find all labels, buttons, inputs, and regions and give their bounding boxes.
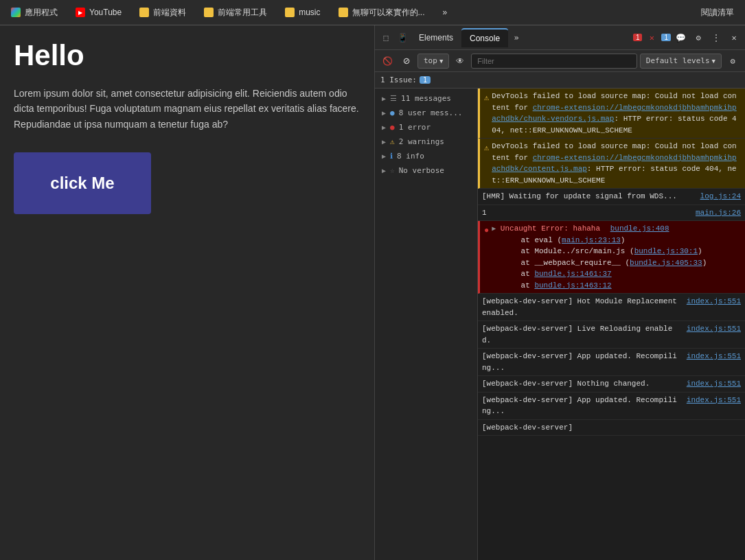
tab-music-label: music bbox=[299, 8, 320, 17]
devtools-top-icons: 1 ✕ 1 💬 ⚙ ⋮ ✕ bbox=[633, 30, 742, 46]
log-source-1[interactable]: main.js:26 bbox=[696, 207, 741, 219]
tab-youtube-label: YouTube bbox=[89, 8, 122, 17]
error-circle-icon: ● bbox=[484, 224, 489, 237]
log-source-live[interactable]: index.js:551 bbox=[687, 323, 741, 335]
tab-apps[interactable]: 應用程式 bbox=[3, 3, 66, 22]
devtools-tab-more[interactable]: » bbox=[508, 30, 525, 46]
log-content-hot: [webpack-dev-server] Hot Module Replacem… bbox=[482, 296, 678, 318]
log-row-warn-2: ⚠ DevTools failed to load source map: Co… bbox=[478, 139, 745, 189]
main-js-link[interactable]: main.js:23:13 bbox=[562, 236, 621, 244]
click-me-button[interactable]: click Me bbox=[14, 152, 151, 214]
page-body-text: Lorem ipsum dolor sit, amet consectetur … bbox=[14, 86, 360, 132]
filter-user-messages[interactable]: ▶ ● 8 user mess... bbox=[375, 106, 477, 120]
warn-icon-2: ⚠ bbox=[484, 142, 489, 154]
log-source-hot[interactable]: index.js:551 bbox=[687, 296, 741, 307]
tab-frontend-data[interactable]: 前端資料 bbox=[131, 3, 194, 22]
verbose-filter-icon: ☆ bbox=[390, 166, 395, 175]
tab-youtube[interactable]: ▶ YouTube bbox=[67, 3, 130, 22]
bundle-link-1[interactable]: bundle.js:30:1 bbox=[634, 247, 698, 255]
log-content-warn-2: DevTools failed to load source map: Coul… bbox=[492, 141, 741, 186]
browser-chrome: 應用程式 ▶ YouTube 前端資料 前端常用工具 music 無聊可以來實作… bbox=[0, 0, 745, 25]
frontend-data-favicon bbox=[139, 8, 149, 17]
info-expand-icon: ▶ bbox=[382, 152, 386, 160]
filter-errors[interactable]: ▶ ● 1 error bbox=[375, 120, 477, 135]
filter-info[interactable]: ▶ ℹ 8 info bbox=[375, 149, 477, 163]
devtools-close-button[interactable]: ✕ bbox=[726, 30, 742, 46]
page-title: Hello bbox=[14, 39, 360, 72]
error-badge-button[interactable]: ✕ bbox=[643, 30, 660, 46]
log-source-updated-2[interactable]: index.js:551 bbox=[687, 395, 741, 406]
console-settings-button[interactable]: ⚙ bbox=[724, 53, 741, 69]
log-row-updated-2: [webpack-dev-server] App updated. Recomp… bbox=[478, 393, 745, 420]
chevron-down-icon: ▼ bbox=[439, 58, 443, 65]
devtools-panel: ⬚ 📱 Elements Console » 1 ✕ 1 💬 ⚙ ⋮ ✕ 🚫 ⊘… bbox=[374, 25, 745, 560]
filter-verbose[interactable]: ▶ ☆ No verbose bbox=[375, 163, 477, 178]
log-content-nothing: [webpack-dev-server] Nothing changed. bbox=[482, 378, 678, 390]
cursor-tool-button[interactable]: ⬚ bbox=[378, 30, 394, 46]
chrome-ext-link-2[interactable]: chrome-extension://lmbegcmkonokdjbhbamhp… bbox=[492, 154, 736, 174]
bundle-link-2[interactable]: bundle.js:405:33 bbox=[630, 259, 702, 267]
all-filter-icon: ☰ bbox=[390, 94, 397, 103]
user-expand-icon: ▶ bbox=[382, 109, 386, 117]
log-source-hmr[interactable]: log.js:24 bbox=[700, 191, 741, 202]
frontend-tools-favicon bbox=[204, 8, 214, 17]
devtools-tab-console[interactable]: Console bbox=[461, 28, 508, 47]
eye-icon-button[interactable]: 👁 bbox=[452, 53, 468, 69]
tab-boredom[interactable]: 無聊可以來實作的... bbox=[330, 3, 433, 22]
log-row-hmr: [HMR] Waiting for update signal from WDS… bbox=[478, 189, 745, 205]
error-filter-icon: ● bbox=[390, 123, 395, 132]
tab-read-list[interactable]: 閱讀清單 bbox=[693, 3, 742, 22]
music-favicon bbox=[285, 8, 295, 17]
log-content-hmr: [HMR] Waiting for update signal from WDS… bbox=[482, 191, 692, 202]
info-filter-icon: ℹ bbox=[390, 152, 393, 161]
error-expand-icon: ▶ bbox=[382, 124, 386, 131]
page-content: Hello Lorem ipsum dolor sit, amet consec… bbox=[0, 25, 374, 560]
block-requests-button[interactable]: 🚫 bbox=[379, 53, 396, 69]
log-row-nothing: [webpack-dev-server] Nothing changed. in… bbox=[478, 376, 745, 393]
filter-all-messages[interactable]: ▶ ☰ 11 messages bbox=[375, 91, 477, 106]
log-row-updated-1: [webpack-dev-server] App updated. Recomp… bbox=[478, 349, 745, 376]
clear-console-button[interactable]: ⊘ bbox=[398, 53, 415, 69]
all-expand-icon: ▶ bbox=[382, 95, 386, 102]
console-filter-input[interactable] bbox=[471, 54, 637, 69]
issues-count-badge: 1 bbox=[420, 76, 431, 84]
youtube-favicon: ▶ bbox=[76, 8, 85, 17]
bundle-link-4[interactable]: bundle.js:1463:12 bbox=[534, 281, 611, 290]
tab-more-label: » bbox=[443, 8, 448, 17]
error-expand-tri[interactable]: ▶ bbox=[492, 225, 496, 233]
log-row-hot: [webpack-dev-server] Hot Module Replacem… bbox=[478, 294, 745, 321]
tab-frontend-tools[interactable]: 前端常用工具 bbox=[196, 3, 275, 22]
log-row-live: [webpack-dev-server] Live Reloading enab… bbox=[478, 321, 745, 349]
device-toggle-button[interactable]: 📱 bbox=[394, 30, 411, 46]
tab-more[interactable]: » bbox=[435, 3, 456, 22]
log-row-last: [webpack-dev-server] bbox=[478, 420, 745, 436]
tab-frontend-tools-label: 前端常用工具 bbox=[218, 7, 267, 19]
info-count-badge: 1 bbox=[661, 34, 671, 41]
warn-expand-icon: ▶ bbox=[382, 138, 386, 145]
issues-bar: 1 Issue: 1 bbox=[375, 72, 745, 89]
devtools-tab-elements[interactable]: Elements bbox=[411, 28, 461, 47]
log-content-updated-1: [webpack-dev-server] App updated. Recomp… bbox=[482, 351, 678, 373]
filter-warnings[interactable]: ▶ ⚠ 2 warnings bbox=[375, 135, 477, 149]
default-levels-label: Default levels bbox=[646, 56, 710, 65]
log-source-updated-1[interactable]: index.js:551 bbox=[687, 351, 741, 362]
log-content-updated-2: [webpack-dev-server] App updated. Recomp… bbox=[482, 395, 678, 417]
chrome-ext-link-1[interactable]: chrome-extension://lmbegcmkonokdjbhbamhp… bbox=[492, 104, 736, 124]
info-badge-button[interactable]: 💬 bbox=[672, 30, 689, 46]
execution-context-selector[interactable]: top ▼ bbox=[417, 54, 449, 69]
issues-label: 1 Issue: bbox=[380, 75, 417, 84]
bundle-link-3[interactable]: bundle.js:1461:37 bbox=[534, 270, 611, 278]
log-source-nothing[interactable]: index.js:551 bbox=[687, 378, 741, 390]
error-count-badge: 1 bbox=[633, 34, 643, 41]
devtools-more-button[interactable]: ⋮ bbox=[708, 30, 724, 46]
top-label: top bbox=[424, 56, 437, 65]
devtools-settings-button[interactable]: ⚙ bbox=[690, 30, 707, 46]
log-content-warn-1: DevTools failed to load source map: Coul… bbox=[492, 91, 741, 136]
log-source-bundle[interactable]: bundle.js:408 bbox=[610, 224, 669, 233]
default-levels-button[interactable]: Default levels ▼ bbox=[640, 54, 722, 69]
verbose-filter-label: No verbose bbox=[399, 166, 444, 175]
error-filter-label: 1 error bbox=[399, 123, 431, 132]
warn-icon-1: ⚠ bbox=[484, 92, 489, 104]
console-log-output: ⚠ DevTools failed to load source map: Co… bbox=[478, 89, 745, 560]
tab-music[interactable]: music bbox=[277, 3, 328, 22]
